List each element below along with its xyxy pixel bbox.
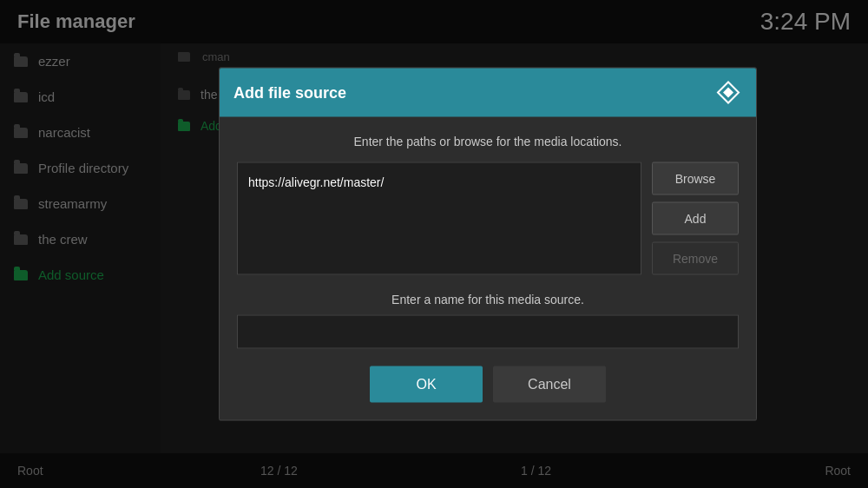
source-name-input[interactable]	[237, 315, 739, 349]
svg-marker-1	[723, 88, 733, 98]
dialog-header: Add file source	[220, 69, 756, 117]
add-file-source-dialog: Add file source Enter the paths or brows…	[219, 68, 757, 421]
browse-button[interactable]: Browse	[652, 162, 739, 195]
kodi-logo	[714, 79, 742, 107]
path-item[interactable]: https://alivegr.net/master/	[247, 172, 632, 193]
path-instruction: Enter the paths or browse for the media …	[237, 135, 739, 148]
remove-button[interactable]: Remove	[652, 242, 739, 275]
dialog-body: Enter the paths or browse for the media …	[220, 117, 756, 420]
ok-button[interactable]: OK	[370, 366, 483, 403]
name-section: Enter a name for this media source.	[237, 293, 739, 349]
path-action-buttons: Browse Add Remove	[652, 162, 739, 275]
paths-list-area: https://alivegr.net/master/	[237, 162, 641, 275]
path-content-area: https://alivegr.net/master/ Browse Add R…	[237, 162, 739, 275]
dialog-footer: OK Cancel	[237, 366, 739, 403]
cancel-button[interactable]: Cancel	[493, 366, 606, 403]
dialog-title: Add file source	[233, 83, 346, 102]
add-button[interactable]: Add	[652, 202, 739, 235]
name-instruction: Enter a name for this media source.	[237, 293, 739, 307]
